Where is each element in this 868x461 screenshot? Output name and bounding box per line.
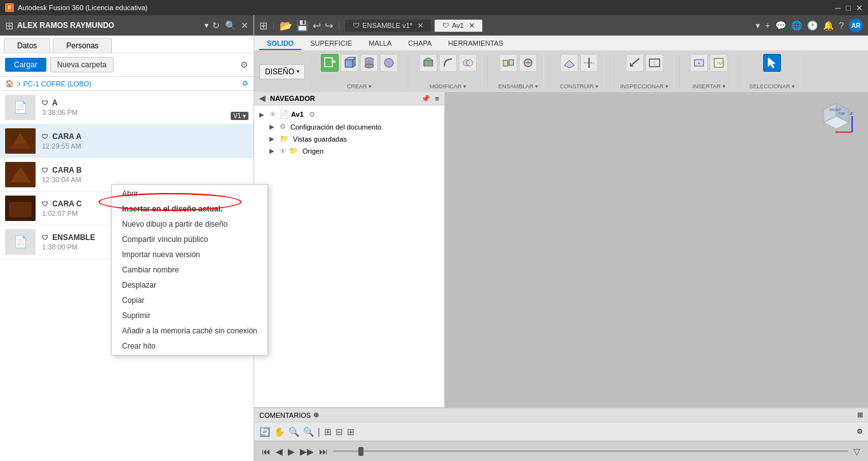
breadcrumb-settings-icon[interactable]: ⚙ [242,79,248,88]
add-tab-icon[interactable]: + [765,20,770,30]
ctx-crear-hito[interactable]: Crear hito [112,338,268,354]
playback-filter-icon[interactable]: ▽ [853,446,860,457]
app-grid-icon[interactable]: ⊞ [5,20,13,32]
maximize-button[interactable]: □ [846,3,851,13]
crear-box-icon[interactable] [341,54,358,72]
undo-icon[interactable]: ↩ [313,20,321,32]
tab-av1[interactable]: 🛡 Av1 ✕ [435,20,482,32]
user-dropdown-arrow[interactable]: ▾ [205,21,208,30]
comments-add-icon[interactable]: ⊕ [313,411,319,419]
rtab-superficie[interactable]: SUPERFICIE [302,37,360,50]
ctx-abrir[interactable]: Abrir [112,186,268,201]
inspeccionar-label: INSPECCIONAR ▾ [620,83,668,90]
modificar-fillet-icon[interactable] [439,54,457,72]
crear-new-icon[interactable] [321,54,339,72]
tab-datos[interactable]: Datos [4,38,50,53]
orbit-icon[interactable]: 🔄 [259,427,270,437]
display-icon[interactable]: ⊟ [336,427,343,437]
bell-icon[interactable]: 🔔 [823,20,834,30]
seleccionar-cursor-icon[interactable] [763,54,781,72]
insertar-decal-icon[interactable]: IMG [710,54,728,72]
playback-slider[interactable] [333,450,848,452]
nav-eye-icon[interactable]: 👁 [269,110,276,118]
clock-icon[interactable]: 🕐 [807,20,818,30]
refresh-icon[interactable]: ↻ [212,20,220,30]
crear-cylinder-icon[interactable] [360,54,378,72]
nav-item-config[interactable]: ▶ ⚙ Configuración del documento [254,121,444,133]
nav-root-av1[interactable]: ▶ 👁 📄 Av1 ⚙ [254,108,444,121]
ctx-compartir[interactable]: Compartir vínculo público [112,232,268,247]
zoom-icon[interactable]: 🔍 [288,427,299,437]
nav-settings-icon[interactable]: ⚙ [309,110,315,119]
insertar-canvas-icon[interactable] [690,54,708,72]
pb-prev-button[interactable]: ◀ [276,446,283,457]
crear-sphere-icon[interactable] [380,54,398,72]
chat-icon[interactable]: 💬 [775,20,786,30]
tab-av1-close[interactable]: ✕ [469,22,475,30]
close-icon[interactable]: ✕ [241,20,248,30]
redo-icon[interactable]: ↪ [325,20,333,32]
ctx-nuevo-dibujo[interactable]: Nuevo dibujo a partir de diseño [112,217,268,232]
tab-ensamble[interactable]: 🛡 ENSAMBLE v1* ✕ [345,20,431,32]
modificar-combine-icon[interactable] [459,54,477,72]
rtab-chapa[interactable]: CHAPA [400,37,439,50]
navigator-collapse-icon[interactable]: ◀ [259,94,265,103]
dropdown-tabs-icon[interactable]: ▾ [756,20,760,30]
ctx-cambiar[interactable]: Cambiar nombre [112,262,268,277]
tab-ensamble-close[interactable]: ✕ [417,22,423,30]
ensamblar-joint-icon[interactable] [499,54,517,72]
search-icon[interactable]: 🔍 [225,20,236,30]
design-button[interactable]: DISEÑO ▾ [259,64,305,79]
design-dropdown-arrow: ▾ [297,69,299,74]
visual-style-icon[interactable]: ⊞ [347,427,355,437]
tab-personas[interactable]: Personas [53,38,112,53]
playback-thumb[interactable] [358,447,363,456]
pan-icon[interactable]: ✋ [274,427,285,437]
rtab-malla[interactable]: MALLA [361,37,399,50]
pb-end-button[interactable]: ⏭ [319,446,328,457]
cargar-button[interactable]: Cargar [5,58,46,72]
list-item[interactable]: 🛡 CARA A 12:29:55 AM [0,124,254,158]
pb-next-button[interactable]: ▶▶ [300,446,314,457]
ctx-anadir[interactable]: Añadir a la memoria caché sin conexión [112,323,268,338]
help-icon[interactable]: ? [839,20,844,30]
rtab-solido[interactable]: SOLIDO [259,37,301,50]
settings-icon[interactable]: ⚙ [857,427,863,436]
nueva-carpeta-button[interactable]: Nueva carpeta [50,57,114,72]
ctx-suprimir[interactable]: Suprimir [112,308,268,323]
settings-gear-icon[interactable]: ⚙ [240,60,248,70]
inspeccionar-measure-icon[interactable] [626,54,644,72]
ctx-copiar[interactable]: Copiar [112,293,268,308]
inspeccionar-section-icon[interactable] [646,54,663,72]
user-avatar[interactable]: AR [849,18,863,32]
save-icon[interactable]: 💾 [296,20,309,32]
ctx-desplazar[interactable]: Desplazar [112,277,268,293]
nav-item-origen[interactable]: ▶ 👁 📁 Origen [254,145,444,157]
ensamblar-rigid-icon[interactable] [519,54,537,72]
rtab-herramientas[interactable]: HERRAMIENTAS [440,37,511,50]
nav-expand-icon: ▶ [259,111,267,118]
view-cube[interactable]: FRONT TOP Z X [817,97,855,135]
navigator-menu-icon[interactable]: ≡ [435,95,439,102]
pb-play-button[interactable]: ▶ [288,446,295,457]
comments-collapse-icon[interactable]: ⊞ [857,411,863,419]
ctx-insertar[interactable]: Insertar en el diseño actual. [112,201,268,217]
grid-icon[interactable]: ⊞ [324,427,332,437]
minimize-button[interactable]: ─ [835,3,841,13]
network-icon[interactable]: 🌐 [791,20,802,30]
apps-grid-icon[interactable]: ⊞ [259,20,268,32]
navigator-pin-icon[interactable]: 📌 [421,95,430,103]
construir-plane-icon[interactable] [560,54,578,72]
nav-eye-origen[interactable]: 👁 [280,147,287,155]
list-item[interactable]: 📄 🛡 A 3:38:06 PM V1 ▾ [0,91,254,124]
nav-item-vistas[interactable]: ▶ 📁 Vistas guardadas [254,133,444,145]
close-button[interactable]: ✕ [856,3,863,13]
open-file-icon[interactable]: 📂 [280,20,292,32]
fit-icon[interactable]: 🔍 [303,427,314,437]
ctx-importar[interactable]: Importar nueva versión [112,247,268,262]
pb-start-button[interactable]: ⏮ [262,446,271,457]
construir-axis-icon[interactable] [580,54,598,72]
breadcrumb-project[interactable]: PC-1 COFRE (LOBO) [23,80,92,88]
modificar-press-icon[interactable] [419,54,437,72]
breadcrumb-home-icon[interactable]: 🏠 [5,79,14,88]
